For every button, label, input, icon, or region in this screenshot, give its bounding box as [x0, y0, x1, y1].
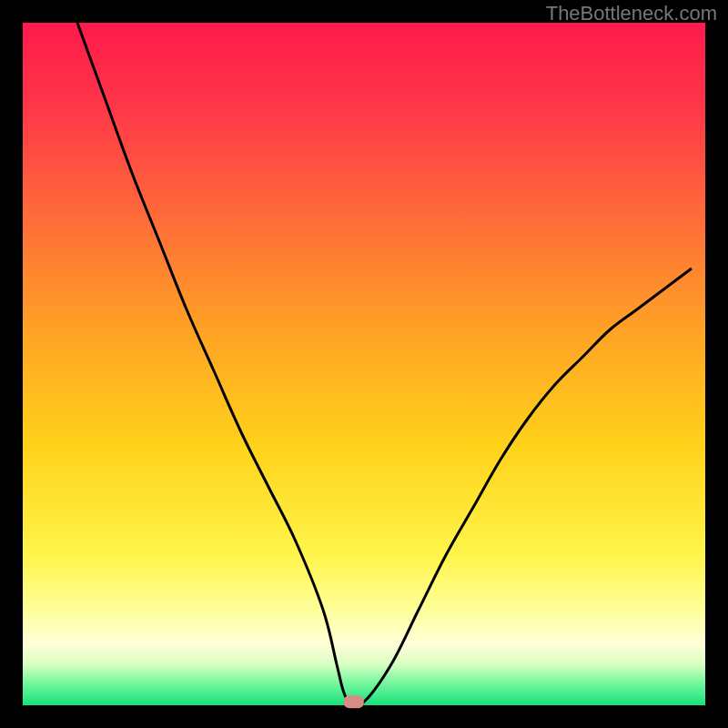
chart-container: TheBottleneck.com: [0, 0, 728, 728]
minimum-marker: [344, 695, 364, 708]
plot-background: [23, 23, 705, 705]
bottleneck-chart: [0, 0, 728, 728]
